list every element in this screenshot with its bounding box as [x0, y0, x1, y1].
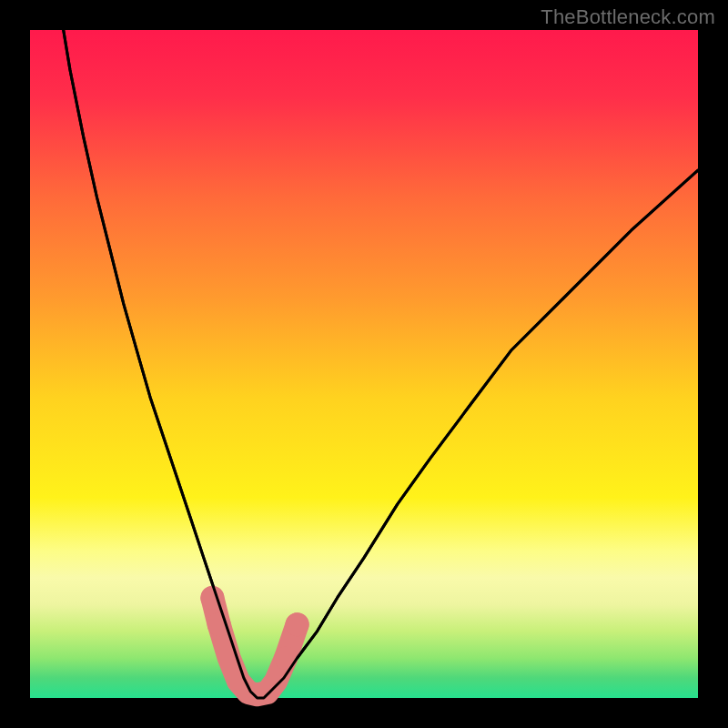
watermark-text: TheBottleneck.com [541, 5, 715, 29]
bottleneck-chart [0, 0, 728, 728]
chart-plot-area [30, 30, 698, 698]
chart-container: TheBottleneck.com [0, 0, 728, 728]
bottleneck-marker-dot [274, 646, 298, 670]
bottleneck-marker-dot [286, 612, 309, 636]
